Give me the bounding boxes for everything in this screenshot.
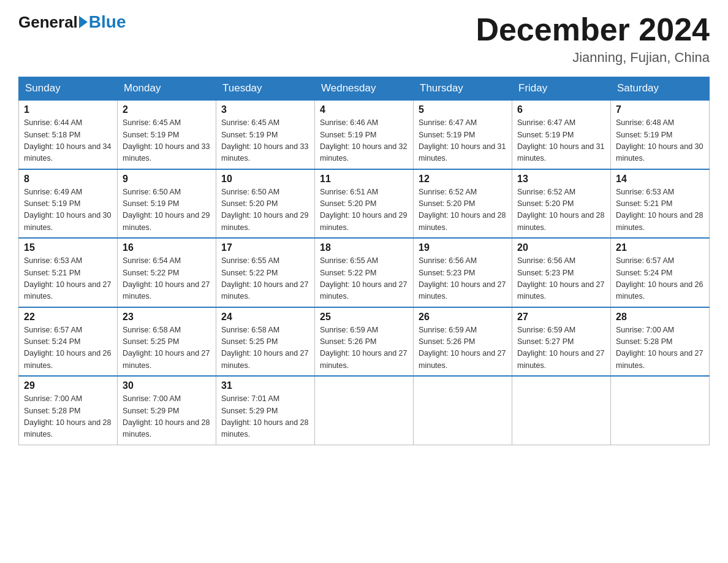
- day-info: Sunrise: 7:00 AMSunset: 5:28 PMDaylight:…: [616, 324, 704, 372]
- day-info: Sunrise: 6:53 AMSunset: 5:21 PMDaylight:…: [24, 255, 112, 303]
- calendar-cell: 24 Sunrise: 6:58 AMSunset: 5:25 PMDaylig…: [216, 307, 315, 377]
- day-info: Sunrise: 6:59 AMSunset: 5:26 PMDaylight:…: [320, 324, 408, 372]
- day-number: 1: [24, 104, 112, 115]
- calendar-cell: 18 Sunrise: 6:55 AMSunset: 5:22 PMDaylig…: [315, 238, 414, 307]
- calendar-cell: 29 Sunrise: 7:00 AMSunset: 5:28 PMDaylig…: [19, 376, 118, 445]
- day-number: 17: [221, 242, 309, 253]
- day-number: 20: [517, 242, 605, 253]
- calendar-header-thursday: Thursday: [414, 77, 512, 101]
- day-number: 30: [123, 380, 211, 391]
- day-info: Sunrise: 6:44 AMSunset: 5:18 PMDaylight:…: [24, 117, 112, 165]
- calendar-cell: [414, 376, 512, 445]
- day-number: 21: [616, 242, 704, 253]
- day-number: 10: [221, 174, 309, 185]
- calendar-cell: 27 Sunrise: 6:59 AMSunset: 5:27 PMDaylig…: [512, 307, 611, 377]
- page-header: General Blue December 2024 Jianning, Fuj…: [18, 12, 710, 66]
- day-info: Sunrise: 6:50 AMSunset: 5:19 PMDaylight:…: [123, 186, 211, 234]
- calendar-cell: 13 Sunrise: 6:52 AMSunset: 5:20 PMDaylig…: [512, 169, 611, 239]
- day-number: 11: [320, 174, 408, 185]
- day-number: 18: [320, 242, 408, 253]
- day-info: Sunrise: 6:52 AMSunset: 5:20 PMDaylight:…: [517, 186, 605, 234]
- calendar-cell: 14 Sunrise: 6:53 AMSunset: 5:21 PMDaylig…: [611, 169, 710, 239]
- day-info: Sunrise: 7:00 AMSunset: 5:28 PMDaylight:…: [24, 393, 112, 441]
- day-number: 28: [616, 312, 704, 323]
- day-info: Sunrise: 6:57 AMSunset: 5:24 PMDaylight:…: [616, 255, 704, 303]
- day-info: Sunrise: 6:53 AMSunset: 5:21 PMDaylight:…: [616, 186, 704, 234]
- day-number: 27: [517, 312, 605, 323]
- calendar-cell: [611, 376, 710, 445]
- calendar-cell: 15 Sunrise: 6:53 AMSunset: 5:21 PMDaylig…: [19, 238, 118, 307]
- calendar-header-tuesday: Tuesday: [216, 77, 315, 101]
- day-info: Sunrise: 6:45 AMSunset: 5:19 PMDaylight:…: [221, 117, 309, 165]
- calendar-cell: 17 Sunrise: 6:55 AMSunset: 5:22 PMDaylig…: [216, 238, 315, 307]
- calendar-week-row: 15 Sunrise: 6:53 AMSunset: 5:21 PMDaylig…: [19, 238, 710, 307]
- day-number: 8: [24, 174, 112, 185]
- day-number: 2: [123, 104, 211, 115]
- calendar-cell: 31 Sunrise: 7:01 AMSunset: 5:29 PMDaylig…: [216, 376, 315, 445]
- day-number: 9: [123, 174, 211, 185]
- calendar-header-monday: Monday: [118, 77, 216, 101]
- calendar-cell: 21 Sunrise: 6:57 AMSunset: 5:24 PMDaylig…: [611, 238, 710, 307]
- calendar-cell: 25 Sunrise: 6:59 AMSunset: 5:26 PMDaylig…: [315, 307, 414, 377]
- calendar-cell: 23 Sunrise: 6:58 AMSunset: 5:25 PMDaylig…: [118, 307, 216, 377]
- calendar-cell: 10 Sunrise: 6:50 AMSunset: 5:20 PMDaylig…: [216, 169, 315, 239]
- calendar-cell: 7 Sunrise: 6:48 AMSunset: 5:19 PMDayligh…: [611, 100, 710, 169]
- day-info: Sunrise: 6:58 AMSunset: 5:25 PMDaylight:…: [123, 324, 211, 372]
- calendar-cell: 12 Sunrise: 6:52 AMSunset: 5:20 PMDaylig…: [414, 169, 512, 239]
- day-number: 29: [24, 380, 112, 391]
- calendar-week-row: 8 Sunrise: 6:49 AMSunset: 5:19 PMDayligh…: [19, 169, 710, 239]
- calendar-header-friday: Friday: [512, 77, 611, 101]
- day-info: Sunrise: 6:47 AMSunset: 5:19 PMDaylight:…: [419, 117, 507, 165]
- logo-triangle-icon: [79, 16, 88, 28]
- day-info: Sunrise: 6:51 AMSunset: 5:20 PMDaylight:…: [320, 186, 408, 234]
- day-number: 31: [221, 380, 309, 391]
- day-info: Sunrise: 6:58 AMSunset: 5:25 PMDaylight:…: [221, 324, 309, 372]
- logo: General Blue: [18, 12, 126, 32]
- calendar-cell: 20 Sunrise: 6:56 AMSunset: 5:23 PMDaylig…: [512, 238, 611, 307]
- day-number: 6: [517, 104, 605, 115]
- day-info: Sunrise: 6:49 AMSunset: 5:19 PMDaylight:…: [24, 186, 112, 234]
- calendar-cell: 3 Sunrise: 6:45 AMSunset: 5:19 PMDayligh…: [216, 100, 315, 169]
- logo-general-text: General: [18, 13, 78, 32]
- day-number: 15: [24, 242, 112, 253]
- title-section: December 2024 Jianning, Fujian, China: [476, 12, 710, 66]
- day-number: 25: [320, 312, 408, 323]
- day-info: Sunrise: 6:57 AMSunset: 5:24 PMDaylight:…: [24, 324, 112, 372]
- calendar-week-row: 29 Sunrise: 7:00 AMSunset: 5:28 PMDaylig…: [19, 376, 710, 445]
- day-info: Sunrise: 6:55 AMSunset: 5:22 PMDaylight:…: [221, 255, 309, 303]
- calendar-cell: 11 Sunrise: 6:51 AMSunset: 5:20 PMDaylig…: [315, 169, 414, 239]
- day-info: Sunrise: 6:56 AMSunset: 5:23 PMDaylight:…: [419, 255, 507, 303]
- calendar-cell: 19 Sunrise: 6:56 AMSunset: 5:23 PMDaylig…: [414, 238, 512, 307]
- day-info: Sunrise: 6:59 AMSunset: 5:26 PMDaylight:…: [419, 324, 507, 372]
- day-info: Sunrise: 7:00 AMSunset: 5:29 PMDaylight:…: [123, 393, 211, 441]
- calendar-cell: 30 Sunrise: 7:00 AMSunset: 5:29 PMDaylig…: [118, 376, 216, 445]
- day-info: Sunrise: 6:46 AMSunset: 5:19 PMDaylight:…: [320, 117, 408, 165]
- calendar-cell: 16 Sunrise: 6:54 AMSunset: 5:22 PMDaylig…: [118, 238, 216, 307]
- day-info: Sunrise: 6:59 AMSunset: 5:27 PMDaylight:…: [517, 324, 605, 372]
- day-info: Sunrise: 6:48 AMSunset: 5:19 PMDaylight:…: [616, 117, 704, 165]
- day-info: Sunrise: 6:54 AMSunset: 5:22 PMDaylight:…: [123, 255, 211, 303]
- day-number: 26: [419, 312, 507, 323]
- calendar-cell: 9 Sunrise: 6:50 AMSunset: 5:19 PMDayligh…: [118, 169, 216, 239]
- calendar-cell: 2 Sunrise: 6:45 AMSunset: 5:19 PMDayligh…: [118, 100, 216, 169]
- calendar-header-wednesday: Wednesday: [315, 77, 414, 101]
- calendar-header-sunday: Sunday: [19, 77, 118, 101]
- day-number: 24: [221, 312, 309, 323]
- day-info: Sunrise: 6:50 AMSunset: 5:20 PMDaylight:…: [221, 186, 309, 234]
- day-number: 3: [221, 104, 309, 115]
- month-title: December 2024: [476, 12, 710, 47]
- day-info: Sunrise: 6:55 AMSunset: 5:22 PMDaylight:…: [320, 255, 408, 303]
- calendar-week-row: 22 Sunrise: 6:57 AMSunset: 5:24 PMDaylig…: [19, 307, 710, 377]
- day-number: 14: [616, 174, 704, 185]
- day-number: 5: [419, 104, 507, 115]
- calendar-cell: 26 Sunrise: 6:59 AMSunset: 5:26 PMDaylig…: [414, 307, 512, 377]
- day-info: Sunrise: 6:47 AMSunset: 5:19 PMDaylight:…: [517, 117, 605, 165]
- day-info: Sunrise: 6:45 AMSunset: 5:19 PMDaylight:…: [123, 117, 211, 165]
- day-info: Sunrise: 6:52 AMSunset: 5:20 PMDaylight:…: [419, 186, 507, 234]
- calendar-cell: 8 Sunrise: 6:49 AMSunset: 5:19 PMDayligh…: [19, 169, 118, 239]
- calendar-header-saturday: Saturday: [611, 77, 710, 101]
- calendar-cell: 4 Sunrise: 6:46 AMSunset: 5:19 PMDayligh…: [315, 100, 414, 169]
- calendar-week-row: 1 Sunrise: 6:44 AMSunset: 5:18 PMDayligh…: [19, 100, 710, 169]
- day-number: 16: [123, 242, 211, 253]
- calendar-cell: [512, 376, 611, 445]
